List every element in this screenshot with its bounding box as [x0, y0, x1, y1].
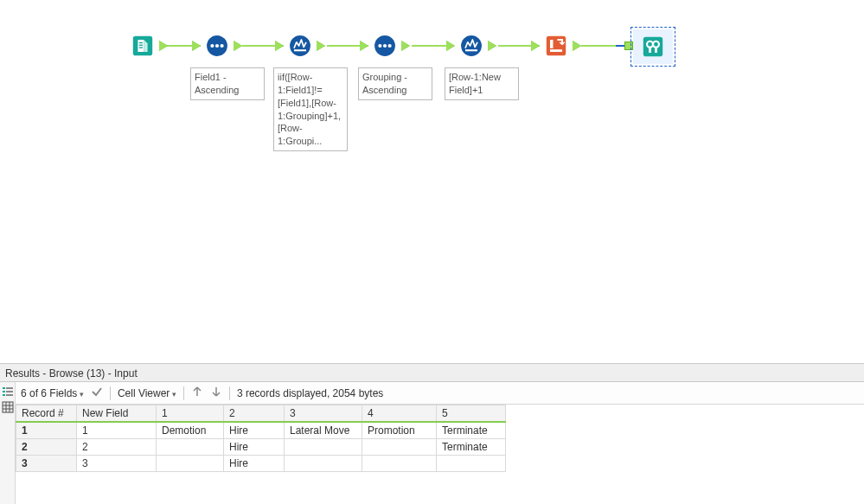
list-icon [2, 386, 14, 398]
col-3[interactable]: 3 [285, 405, 362, 423]
grid-icon [2, 401, 14, 413]
output-anchor[interactable] [159, 41, 168, 51]
fields-dropdown[interactable]: 6 of 6 Fields [21, 387, 84, 399]
cell[interactable] [437, 456, 506, 472]
cell[interactable] [157, 439, 224, 456]
cell[interactable]: 3 [77, 456, 157, 472]
svg-rect-18 [550, 49, 562, 52]
svg-rect-17 [550, 40, 554, 48]
col-4[interactable]: 4 [362, 405, 437, 423]
table-row[interactable]: 1 1 Demotion Hire Lateral Move Promotion… [16, 422, 506, 439]
cross-tab-icon [544, 34, 568, 58]
cell[interactable]: Demotion [157, 422, 224, 439]
row-number: 1 [16, 422, 77, 439]
input-anchor[interactable] [624, 41, 633, 50]
results-sidebar-tabs [0, 382, 16, 504]
cell[interactable]: Hire [224, 439, 285, 456]
tool-input-data[interactable] [126, 29, 159, 62]
svg-point-14 [461, 35, 482, 56]
svg-rect-26 [3, 394, 5, 396]
svg-rect-30 [3, 402, 13, 412]
input-anchor[interactable] [275, 41, 284, 51]
svg-point-11 [378, 44, 381, 48]
tool-sort[interactable] [368, 29, 401, 62]
svg-point-6 [215, 44, 219, 48]
output-anchor[interactable] [234, 41, 242, 51]
svg-rect-15 [465, 49, 477, 51]
col-2[interactable]: 2 [224, 405, 285, 423]
col-record-num[interactable]: Record # [16, 405, 77, 423]
svg-rect-24 [3, 387, 5, 389]
tool-annotation: Field1 - Ascending [190, 67, 265, 100]
results-tab-messages[interactable] [2, 386, 14, 398]
svg-point-8 [290, 35, 310, 56]
row-number: 3 [16, 456, 77, 472]
svg-rect-1 [139, 42, 143, 43]
results-grid[interactable]: Record # New Field 1 2 3 4 5 1 1 Demotio… [16, 405, 864, 504]
cell[interactable] [285, 439, 362, 456]
col-new-field[interactable]: New Field [77, 405, 157, 423]
svg-point-12 [383, 44, 387, 48]
input-anchor[interactable] [531, 41, 540, 51]
cell[interactable]: Terminate [437, 439, 506, 456]
svg-rect-27 [6, 387, 13, 389]
svg-point-13 [388, 44, 392, 48]
cell[interactable]: Hire [224, 422, 285, 439]
multi-row-formula-icon [288, 34, 312, 58]
tool-cross-tab[interactable] [540, 29, 573, 62]
cell[interactable] [362, 439, 437, 456]
tool-multi-row-formula[interactable] [455, 29, 488, 62]
tool-browse[interactable] [633, 29, 673, 64]
cell-viewer-dropdown[interactable]: Cell Viewer [118, 387, 176, 399]
svg-rect-22 [649, 47, 651, 53]
separator [229, 386, 230, 400]
separator [110, 386, 111, 400]
output-anchor[interactable] [573, 41, 581, 51]
table-row[interactable]: 3 3 Hire [16, 456, 506, 472]
sort-icon [373, 34, 397, 58]
svg-point-5 [210, 44, 214, 48]
grid-header-row: Record # New Field 1 2 3 4 5 [16, 405, 506, 423]
cell[interactable] [157, 456, 224, 472]
connection [581, 45, 616, 47]
cell[interactable]: Terminate [437, 422, 506, 439]
svg-rect-28 [6, 391, 13, 392]
cell[interactable]: Hire [224, 456, 285, 472]
svg-rect-2 [139, 45, 143, 46]
output-anchor[interactable] [401, 41, 410, 51]
svg-rect-29 [6, 394, 13, 396]
col-1[interactable]: 1 [157, 405, 224, 423]
svg-rect-23 [655, 47, 657, 53]
cell[interactable]: Promotion [362, 422, 437, 439]
cell[interactable]: 1 [77, 422, 157, 439]
sort-desc-icon[interactable] [210, 386, 222, 400]
cell[interactable]: Lateral Move [285, 422, 362, 439]
input-anchor[interactable] [192, 41, 201, 51]
input-anchor[interactable] [360, 41, 368, 51]
browse-icon [641, 35, 665, 59]
tool-multi-row-formula[interactable] [284, 29, 317, 62]
cell[interactable] [285, 456, 362, 472]
fields-check-icon[interactable] [91, 386, 103, 400]
row-number: 2 [16, 439, 77, 456]
sort-icon [205, 34, 229, 58]
sort-asc-icon[interactable] [191, 386, 203, 400]
table-row[interactable]: 2 2 Hire Terminate [16, 439, 506, 456]
col-5[interactable]: 5 [437, 405, 506, 423]
separator [183, 386, 184, 400]
svg-point-7 [221, 44, 224, 48]
cell[interactable]: 2 [77, 439, 157, 456]
tool-annotation: Grouping - Ascending [358, 67, 432, 100]
output-anchor[interactable] [317, 41, 325, 51]
tool-annotation: [Row-1:New Field]+1 [445, 67, 519, 100]
cell[interactable] [362, 456, 437, 472]
svg-rect-3 [139, 47, 143, 48]
output-anchor[interactable] [488, 41, 496, 51]
workflow-canvas[interactable]: Field1 - Ascending iif([Row-1:Field1]!=[… [0, 0, 864, 363]
tool-sort[interactable] [201, 29, 234, 62]
results-tab-data[interactable] [2, 401, 14, 413]
multi-row-formula-icon [459, 34, 483, 58]
input-data-icon [131, 34, 155, 58]
records-summary: 3 records displayed, 2054 bytes [237, 387, 383, 399]
input-anchor[interactable] [446, 41, 455, 51]
